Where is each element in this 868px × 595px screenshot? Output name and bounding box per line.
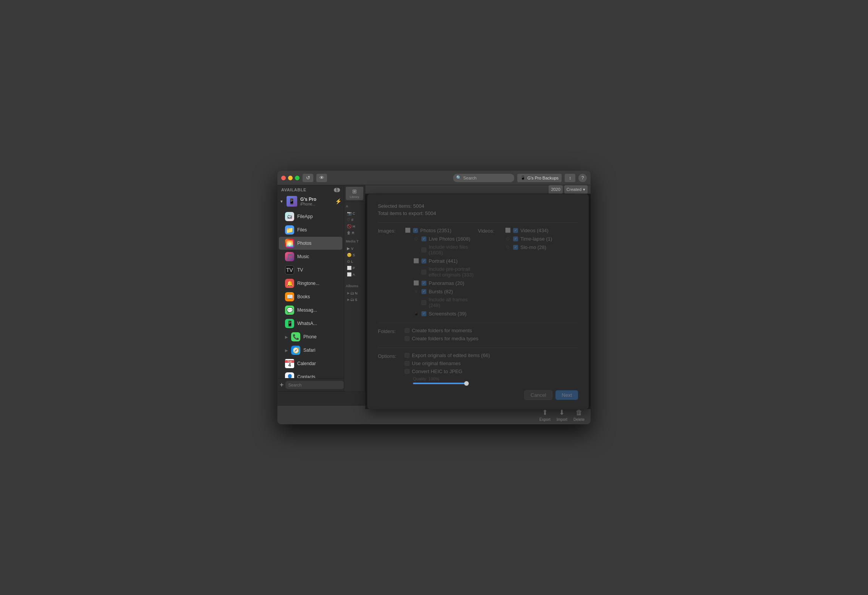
import-action[interactable]: ⬇ Import: [557, 408, 567, 422]
maximize-button[interactable]: [295, 176, 300, 180]
main-layout: AVAILABLE 1 ▼ 📱 G's Pro iPhone... ⚡ 🗂 Fi…: [277, 185, 591, 391]
sidebar-label-whatsapp: WhatsA...: [297, 321, 338, 326]
sidebar-label-phone: Phone: [303, 334, 338, 340]
sidebar-label-safari: Safari: [303, 348, 338, 353]
sort-dropdown[interactable]: Created ▾: [564, 185, 588, 194]
toolbar-row: 2020 Created ▾: [365, 185, 591, 194]
phone-icon: 📞: [291, 332, 300, 341]
mid-media-p[interactable]: ⬜ P: [346, 265, 363, 271]
mid-media-s[interactable]: 😊 S: [346, 252, 363, 258]
books-icon: 📖: [285, 292, 294, 301]
available-badge: 1: [334, 188, 340, 192]
search-bar[interactable]: 🔍 Search: [453, 174, 514, 182]
sidebar-label-messages: Messag...: [297, 307, 338, 313]
mid-section: A 📷 C ♡ F 🚫 H 🗑: [344, 202, 365, 304]
sidebar-label-books: Books: [297, 294, 338, 299]
sidebar-item-files[interactable]: 📁 Files: [279, 223, 342, 236]
device-avatar: 📱: [287, 196, 297, 207]
mid-media-item-4[interactable]: 🗑 R: [346, 230, 363, 236]
photos-icon: 🌅: [285, 239, 294, 248]
sort-chevron-icon: ▾: [583, 187, 585, 192]
mid-media-item-2[interactable]: ♡ F: [346, 217, 363, 223]
sidebar-item-books[interactable]: 📖 Books: [279, 290, 342, 303]
quality-slider[interactable]: [413, 383, 466, 384]
close-button[interactable]: [281, 176, 286, 180]
delete-action[interactable]: 🗑 Delete: [573, 409, 585, 422]
sidebar-item-safari[interactable]: ▶ 🧭 Safari: [279, 344, 342, 357]
dialog-overlay: Selected items: 5004 Total items to expo…: [365, 194, 591, 409]
available-section: AVAILABLE 1: [277, 185, 344, 194]
year-selector[interactable]: 2020: [549, 185, 562, 194]
safari-icon: 🧭: [291, 346, 300, 355]
sort-button[interactable]: ↕: [565, 174, 575, 182]
album-item-s[interactable]: ▶ 🗂 S: [346, 297, 363, 302]
album-item-n[interactable]: ▶ 🗂 N: [346, 290, 363, 296]
sidebar-item-fileapp[interactable]: 🗂 FileApp: [279, 210, 342, 223]
sidebar-item-calendar[interactable]: Tue 4 Calendar: [279, 357, 342, 370]
mid-icon-1: 📷: [347, 211, 351, 215]
import-label: Import: [557, 417, 567, 422]
export-icon: ⬆: [542, 408, 548, 417]
content-area: 2020 Created ▾ Selected items: 5004 Tota…: [365, 185, 591, 391]
ringtone-icon: 🔔: [285, 279, 294, 288]
mid-media-item-1[interactable]: 📷 C: [346, 210, 363, 216]
slider-thumb[interactable]: [464, 381, 469, 386]
export-action[interactable]: ⬆ Export: [539, 408, 551, 422]
sidebar-item-photos[interactable]: 🌅 Photos: [279, 237, 342, 250]
mid-media-v[interactable]: ▶ V: [346, 246, 363, 251]
mid-section-label: A: [344, 202, 365, 209]
mid-icon-s: 😊: [347, 253, 351, 257]
mid-section-label-text: A: [346, 204, 348, 208]
mid-icon-l: ⊙: [347, 259, 350, 264]
device-icon: 📱: [520, 175, 526, 180]
device-name: G's Pro Backups: [527, 176, 559, 180]
mid-tab-library[interactable]: ⊞ Library: [346, 187, 363, 200]
back-button[interactable]: ↺: [303, 174, 313, 182]
sidebar-label-photos: Photos: [297, 241, 338, 246]
albums-label: Albums: [344, 282, 365, 289]
sidebar-item-contacts[interactable]: 👤 Contacts: [279, 370, 342, 378]
sidebar-label-ringtone: Ringtone...: [297, 281, 338, 286]
import-icon: ⬇: [559, 408, 565, 417]
sidebar-item-music[interactable]: 🎵 Music: [279, 250, 342, 263]
sidebar-item-whatsapp[interactable]: 📱 WhatsA...: [279, 317, 342, 330]
mid-icon-p: ⬜: [347, 266, 351, 270]
mid-icon-v: ▶: [347, 246, 350, 251]
delete-icon: 🗑: [576, 409, 583, 417]
mid-media-item-3[interactable]: 🚫 H: [346, 223, 363, 229]
sidebar-item-messages[interactable]: 💬 Messag...: [279, 304, 342, 317]
sidebar-label-files: Files: [297, 227, 338, 233]
search-icon: 🔍: [456, 175, 462, 180]
sidebar-search-input[interactable]: [285, 381, 344, 389]
mid-media-l[interactable]: ⊙ L: [346, 259, 363, 264]
calendar-icon: Tue 4: [285, 359, 294, 368]
sidebar: AVAILABLE 1 ▼ 📱 G's Pro iPhone... ⚡ 🗂 Fi…: [277, 185, 344, 391]
sidebar-label-contacts: Contacts: [297, 374, 338, 378]
contacts-icon: 👤: [285, 372, 294, 378]
device-row[interactable]: ▼ 📱 G's Pro iPhone... ⚡: [277, 194, 344, 208]
whatsapp-icon: 📱: [285, 319, 294, 328]
sort-controls: 2020 Created ▾: [549, 185, 588, 194]
sidebar-label-calendar: Calendar: [297, 361, 338, 366]
sidebar-label-music: Music: [297, 254, 338, 259]
sidebar-item-ringtone[interactable]: 🔔 Ringtone...: [279, 277, 342, 290]
mid-media-items-2: ▶ V 😊 S ⊙ L ⬜ P: [344, 244, 365, 279]
device-button[interactable]: 📱 G's Pro Backups: [517, 174, 562, 182]
main-window: ↺ 👁 🔍 Search 📱 G's Pro Backups ↕ ? AVAIL…: [277, 171, 591, 424]
sidebar-item-phone[interactable]: ▶ 📞 Phone: [279, 330, 342, 343]
sort-label: Created: [567, 187, 581, 192]
sidebar-items: 🗂 FileApp 📁 Files 🌅 Photos 🎵 Music TV: [277, 208, 344, 378]
search-placeholder: Search: [463, 176, 476, 180]
slider-fill: [413, 383, 466, 384]
minimize-button[interactable]: [288, 176, 293, 180]
album-items: ▶ 🗂 N ▶ 🗂 S: [344, 289, 365, 304]
sidebar-item-tv[interactable]: TV TV: [279, 264, 342, 276]
add-button[interactable]: +: [280, 381, 284, 389]
view-button[interactable]: 👁: [316, 174, 327, 182]
mid-icon-4: 🗑: [347, 231, 351, 235]
mid-icon-2: ♡: [347, 218, 350, 222]
mid-media-a[interactable]: ⬜ A: [346, 272, 363, 277]
help-button[interactable]: ?: [578, 174, 587, 182]
safari-expand-arrow: ▶: [285, 348, 288, 352]
media-types-label: Media T: [344, 237, 365, 244]
